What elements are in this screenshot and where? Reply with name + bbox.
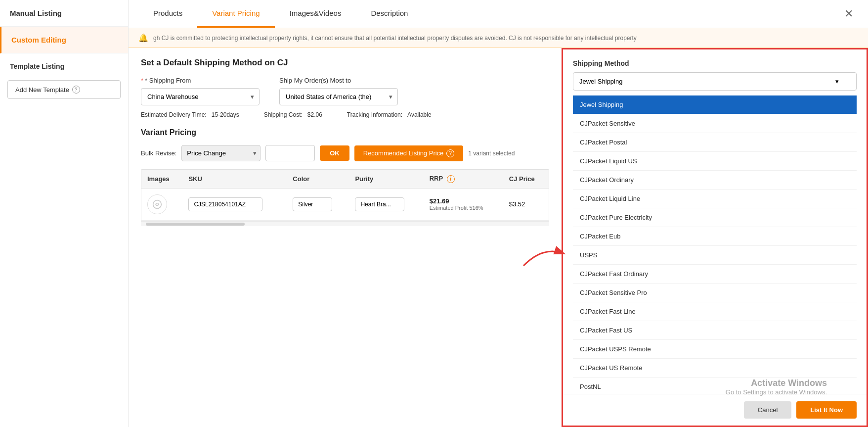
profit-text: Estimated Profit 516%: [430, 205, 497, 211]
table-header-row: Images SKU Color Purity RRP i CJ Price: [141, 170, 549, 188]
recommended-listing-price-button[interactable]: Recommended Listing Price ?: [354, 145, 464, 161]
dropdown-arrow-to-icon: ▾: [389, 93, 392, 100]
nav-tabs: Products Variant Pricing Images&Videos D…: [138, 0, 423, 28]
sidebar: Manual Listing Custom Editing Template L…: [0, 0, 129, 427]
bottom-buttons: Cancel List It Now: [563, 394, 867, 426]
shipping-from-dropdown[interactable]: China Warehouse ▾: [141, 88, 260, 105]
content-area: Products Variant Pricing Images&Videos D…: [129, 0, 868, 427]
shipping-info-row: Estimated Delivery Time: 15-20days Shipp…: [141, 111, 549, 118]
warning-icon: 🔔: [138, 33, 148, 43]
close-button[interactable]: ✕: [839, 2, 858, 25]
tab-images-videos[interactable]: Images&Videos: [275, 0, 356, 28]
dropdown-item-cjpacket_sensitive[interactable]: CJPacket Sensitive: [573, 114, 857, 133]
th-sku: SKU: [182, 170, 287, 188]
cell-purity: [349, 188, 423, 220]
shipping-cost-value: $2.06: [307, 111, 322, 118]
variant-table-wrapper: Images SKU Color Purity RRP i CJ Price: [141, 169, 549, 221]
warning-banner: 🔔 gh CJ is committed to protecting intel…: [129, 28, 868, 48]
table-scrollbar[interactable]: [141, 221, 549, 226]
top-nav: Products Variant Pricing Images&Videos D…: [129, 0, 868, 28]
cancel-button[interactable]: Cancel: [744, 401, 791, 419]
dropdown-item-postnl[interactable]: PostNL: [573, 378, 857, 394]
purity-input[interactable]: [355, 197, 404, 211]
dropdown-item-cjpacket_liquid_line[interactable]: CJPacket Liquid Line: [573, 190, 857, 208]
th-images: Images: [141, 170, 182, 188]
dropdown-item-cjpacket_pure_electricity[interactable]: CJPacket Pure Electricity: [573, 208, 857, 227]
dropdown-item-cjpacket_fast_us[interactable]: CJPacket Fast US: [573, 321, 857, 340]
bulk-revise-row: Bulk Revise: Price Change ▾ OK Recommend…: [141, 145, 549, 161]
dropdown-item-jewel_shipping[interactable]: Jewel Shipping: [573, 95, 857, 114]
dropdown-item-usps[interactable]: USPS: [573, 246, 857, 265]
shipping-from-dropdown-wrapper: China Warehouse ▾: [141, 88, 260, 105]
tab-variant-pricing[interactable]: Variant Pricing: [197, 0, 274, 28]
cell-sku: [182, 188, 287, 220]
dropdown-item-cjpacket_fast_ordinary[interactable]: CJPacket Fast Ordinary: [573, 265, 857, 284]
help-icon: ?: [72, 86, 80, 94]
cj-price-value: $3.52: [509, 200, 525, 208]
custom-editing-label: Custom Editing: [11, 36, 66, 44]
shipping-method-select-wrapper: Jewel Shipping ▾: [563, 72, 867, 95]
rrp-info-icon: i: [447, 175, 455, 183]
shipping-method-label: Shipping Method: [573, 59, 629, 67]
list-it-now-button[interactable]: List It Now: [796, 401, 857, 419]
sidebar-item-custom-editing[interactable]: Custom Editing: [0, 27, 128, 53]
scrollbar-thumb[interactable]: [146, 223, 245, 226]
dropdown-item-cjpacket_sensitive_pro[interactable]: CJPacket Sensitive Pro: [573, 284, 857, 302]
dropdown-item-cjpacket_eub[interactable]: CJPacket Eub: [573, 227, 857, 246]
right-panel: Shipping Method Jewel Shipping ▾ Jewel S…: [562, 48, 868, 427]
dropdown-item-cjpacket_ordinary[interactable]: CJPacket Ordinary: [573, 171, 857, 190]
warning-text: gh CJ is committed to protecting intelle…: [153, 35, 637, 42]
shipping-section-title: Set a Default Shipping Method on CJ: [141, 58, 549, 68]
recommended-help-icon: ?: [446, 149, 454, 157]
sidebar-item-manual-listing[interactable]: Manual Listing: [0, 0, 128, 27]
cell-cj-price: $3.52: [503, 188, 549, 220]
manual-listing-label: Manual Listing: [10, 9, 62, 17]
add-new-template-text: Add New Template: [15, 86, 69, 94]
dropdown-item-cjpacket_liquid_us[interactable]: CJPacket Liquid US: [573, 152, 857, 171]
product-image-placeholder: [147, 194, 167, 214]
table-row: $21.69 Estimated Profit 516% $3.52: [141, 188, 549, 220]
ship-to-dropdown-wrapper: United States of America (the) ▾: [279, 88, 398, 105]
th-cj-price: CJ Price: [503, 170, 549, 188]
shipping-from-row: ** Shipping From China Warehouse ▾ Ship …: [141, 77, 549, 105]
price-input[interactable]: [265, 145, 315, 161]
th-color: Color: [287, 170, 349, 188]
svg-point-0: [153, 200, 162, 208]
th-purity: Purity: [349, 170, 423, 188]
dropdown-arrow-icon: ▾: [251, 93, 254, 100]
ship-to-value: United States of America (the): [286, 93, 371, 100]
ship-to-dropdown[interactable]: United States of America (the) ▾: [279, 88, 398, 105]
estimated-delivery-label: Estimated Delivery Time:: [141, 111, 207, 118]
rrp-value: $21.69: [430, 197, 497, 205]
dropdown-item-cjpacket_usps_remote[interactable]: CJPacket USPS Remote: [573, 340, 857, 359]
shipping-method-header: Shipping Method: [563, 49, 867, 72]
sku-input[interactable]: [188, 197, 262, 211]
tab-products[interactable]: Products: [138, 0, 197, 28]
cell-image: [141, 188, 182, 220]
shipping-method-arrow-icon: ▾: [835, 78, 839, 85]
ok-button[interactable]: OK: [320, 145, 349, 161]
shipping-method-current-value: Jewel Shipping: [579, 78, 622, 85]
add-new-template-button[interactable]: Add New Template ?: [7, 80, 121, 99]
shipping-method-select-box[interactable]: Jewel Shipping ▾: [573, 72, 857, 91]
template-listing-label: Template Listing: [0, 53, 128, 75]
dropdown-item-cjpacket_postal[interactable]: CJPacket Postal: [573, 133, 857, 152]
dropdown-item-cjpacket_fast_line[interactable]: CJPacket Fast Line: [573, 302, 857, 321]
tab-description[interactable]: Description: [356, 0, 423, 28]
tracking-label: Tracking Information:: [347, 111, 402, 118]
variant-table: Images SKU Color Purity RRP i CJ Price: [141, 170, 549, 221]
tracking-value: Available: [407, 111, 431, 118]
main-content: Set a Default Shipping Method on CJ ** S…: [129, 48, 562, 427]
estimated-delivery-value: 15-20days: [212, 111, 239, 118]
dropdown-item-cjpacket_us_remote[interactable]: CJPacket US Remote: [573, 359, 857, 378]
cell-rrp: $21.69 Estimated Profit 516%: [424, 188, 503, 220]
shipping-from-label: ** Shipping From: [141, 77, 260, 84]
bulk-revise-label: Bulk Revise:: [141, 149, 176, 157]
shipping-method-dropdown-list: Jewel ShippingCJPacket SensitiveCJPacket…: [573, 95, 857, 394]
color-input[interactable]: [293, 197, 332, 211]
shipping-from-value: China Warehouse: [147, 93, 199, 100]
variant-pricing-title: Variant Pricing: [141, 128, 549, 137]
price-change-select[interactable]: Price Change: [181, 145, 260, 161]
variant-selected-count: 1 variant selected: [468, 150, 515, 157]
cell-color: [287, 188, 349, 220]
